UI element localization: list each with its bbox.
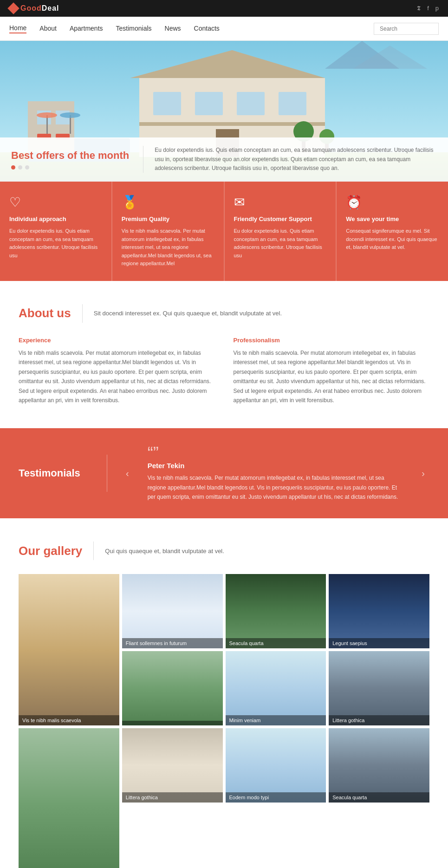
gallery-item-11[interactable]: Seacula quarta [329, 728, 429, 803]
logo-diamond-icon [7, 2, 19, 14]
social-icons: 𝕿 f p [417, 5, 439, 12]
gallery-label-7: Littera gothica [329, 715, 429, 725]
hero-dots [11, 165, 129, 170]
about-professionalism: Professionalism Vis te nibh malis scaevo… [234, 337, 430, 405]
gallery-label-9: Littera gothica [122, 792, 223, 803]
section-divider [82, 304, 83, 323]
testimonials-title: Testimonials [19, 467, 93, 479]
feature-title-2: Premium Quality [122, 215, 214, 222]
feature-desc-2: Vis te nibh malis scaevola. Per mutat at… [122, 227, 214, 268]
nav-apartments[interactable]: Apartments [70, 25, 103, 33]
gallery-label-2: Fliant sollemnes in futurum [122, 638, 223, 648]
hero-title: Best offers of the month [11, 150, 129, 162]
testimonial-text: Vis te nibh malis scaevola. Per mutat at… [148, 473, 403, 502]
feature-title-3: Friendly Customer Support [234, 215, 327, 222]
gallery-item-3[interactable]: Seacula quarta [226, 574, 326, 648]
dot-1[interactable] [11, 165, 15, 170]
award-icon: 🏅 [122, 195, 214, 210]
quote-icon: “” [148, 445, 403, 462]
features-section: ♡ Individual approach Eu dolor expetendi… [0, 180, 448, 281]
svg-rect-7 [279, 92, 306, 115]
pinterest-icon[interactable]: p [435, 5, 439, 12]
facebook-icon[interactable]: f [427, 5, 429, 12]
twitter-icon[interactable]: 𝕿 [417, 5, 421, 12]
gallery-section: Our gallery Qui quis quaeque et, blandit… [0, 518, 448, 868]
nav-contacts[interactable]: Contacts [194, 25, 220, 33]
heart-icon: ♡ [9, 195, 102, 210]
gallery-subtitle: Qui quis quaeque et, blandit vulputate a… [105, 548, 224, 555]
professionalism-text: Vis te nibh malis scaevola. Per mutat at… [234, 348, 430, 405]
svg-rect-22 [46, 115, 48, 134]
gallery-item-6[interactable]: Minim veniam [226, 651, 326, 725]
gallery-item-7[interactable]: Littera gothica [329, 651, 429, 725]
feature-title-4: We save your time [346, 215, 439, 222]
testimonial-content: “” Peter Tekin Vis te nibh malis scaevol… [148, 445, 403, 502]
svg-rect-6 [237, 92, 265, 115]
testimonial-author: Peter Tekin [148, 462, 403, 470]
nav-about[interactable]: About [39, 25, 57, 33]
feature-quality: 🏅 Premium Quality Vis te nibh malis scae… [112, 182, 225, 281]
feature-desc-1: Eu dolor expetendis ius. Quis etiam conc… [9, 227, 102, 260]
gallery-title: Our gallery [19, 544, 82, 558]
dot-3[interactable] [25, 165, 29, 170]
testimonials-section: Testimonials ‹ “” Peter Tekin Vis te nib… [0, 428, 448, 518]
experience-title: Experience [19, 337, 215, 344]
brand-name: GoodDeal [20, 4, 59, 13]
gallery-item-5[interactable] [122, 651, 223, 725]
gallery-label-10: Eodem modo typi [226, 792, 326, 803]
gallery-grid: Vis te nibh malis scaevola Fliant sollem… [19, 574, 429, 868]
gallery-label-3: Seacula quarta [226, 638, 326, 648]
feature-individual: ♡ Individual approach Eu dolor expetendi… [0, 182, 112, 281]
feature-time: ⏰ We save your time Consequat signiferum… [337, 182, 448, 281]
about-section: About us Sit docendi interesset ex. Qui … [0, 281, 448, 428]
nav-news[interactable]: News [165, 25, 181, 33]
gallery-label-5 [122, 721, 223, 725]
feature-desc-3: Eu dolor expetendis ius. Quis etiam conc… [234, 227, 327, 260]
about-title: About us [19, 306, 71, 320]
hero-banner: Best offers of the month Eu dolor expete… [0, 41, 448, 180]
logo: GoodDeal [9, 4, 59, 13]
about-columns: Experience Vis te nibh malis scaevola. P… [19, 337, 429, 405]
gallery-item-10[interactable]: Eodem modo typi [226, 728, 326, 803]
nav-bar: Home About Apartments Testimonials News … [0, 17, 448, 41]
search-input[interactable] [374, 23, 439, 35]
dot-2[interactable] [18, 165, 22, 170]
gallery-item-1[interactable]: Vis te nibh malis scaevola [19, 574, 119, 725]
hero-title-area: Best offers of the month [11, 150, 129, 170]
testimonial-prev-button[interactable]: ‹ [121, 468, 134, 479]
svg-rect-5 [195, 92, 223, 115]
testimonial-next-button[interactable]: › [417, 468, 429, 479]
nav-links: Home About Apartments Testimonials News … [9, 24, 374, 33]
nav-home[interactable]: Home [9, 24, 26, 33]
clock-icon: ⏰ [346, 195, 439, 210]
feature-support: ✉ Friendly Customer Support Eu dolor exp… [225, 182, 337, 281]
gallery-header: Our gallery Qui quis quaeque et, blandit… [19, 542, 429, 560]
gallery-item-4[interactable]: Legunt saepius [329, 574, 429, 648]
svg-rect-4 [153, 92, 181, 115]
gallery-label-11: Seacula quarta [329, 792, 429, 803]
nav-testimonials[interactable]: Testimonials [116, 25, 152, 33]
top-bar: GoodDeal 𝕿 f p [0, 0, 448, 17]
gallery-label-1: Vis te nibh malis scaevola [19, 715, 119, 725]
about-subtitle: Sit docendi interesset ex. Qui quis quae… [94, 310, 282, 317]
gallery-divider [93, 542, 94, 560]
hero-description: Eu dolor expetendis ius. Quis etiam conc… [143, 146, 437, 173]
testimonials-divider [107, 455, 107, 492]
about-experience: Experience Vis te nibh malis scaevola. P… [19, 337, 215, 405]
svg-point-23 [37, 112, 57, 118]
feature-desc-4: Consequat signiferumque eu mel. Sit doce… [346, 227, 439, 252]
feature-title-1: Individual approach [9, 215, 102, 222]
hero-content: Best offers of the month Eu dolor expete… [0, 137, 448, 180]
gallery-item-9[interactable]: Littera gothica [122, 728, 223, 803]
about-header: About us Sit docendi interesset ex. Qui … [19, 304, 429, 323]
gallery-label-6: Minim veniam [226, 715, 326, 725]
svg-point-25 [60, 112, 80, 118]
professionalism-title: Professionalism [234, 337, 430, 344]
chat-icon: ✉ [234, 195, 327, 210]
svg-rect-24 [70, 115, 71, 134]
gallery-item-2[interactable]: Fliant sollemnes in futurum [122, 574, 223, 648]
experience-text: Vis te nibh malis scaevola. Per mutat at… [19, 348, 215, 405]
gallery-item-8[interactable]: Eodem modo typi [19, 728, 119, 868]
gallery-label-4: Legunt saepius [329, 638, 429, 648]
